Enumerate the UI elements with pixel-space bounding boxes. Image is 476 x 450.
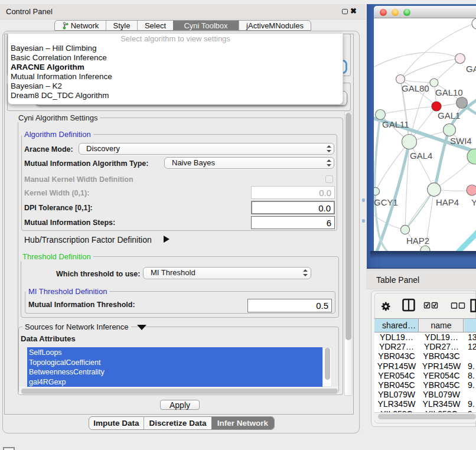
svg-text:SWI4: SWI4 — [450, 136, 472, 146]
svg-text:HAP4: HAP4 — [436, 197, 459, 207]
svg-text:GCY1: GCY1 — [374, 197, 398, 207]
svg-text:Y: Y — [471, 197, 476, 207]
svg-text:HAP2: HAP2 — [406, 236, 429, 246]
svg-text:GAL80: GAL80 — [402, 83, 429, 93]
svg-text:GAL: GAL — [466, 64, 476, 74]
svg-text:GAL4: GAL4 — [410, 151, 432, 161]
svg-text:GAL1: GAL1 — [438, 110, 460, 120]
svg-text:GAL10: GAL10 — [435, 87, 463, 97]
svg-text:GAL11: GAL11 — [382, 119, 409, 129]
